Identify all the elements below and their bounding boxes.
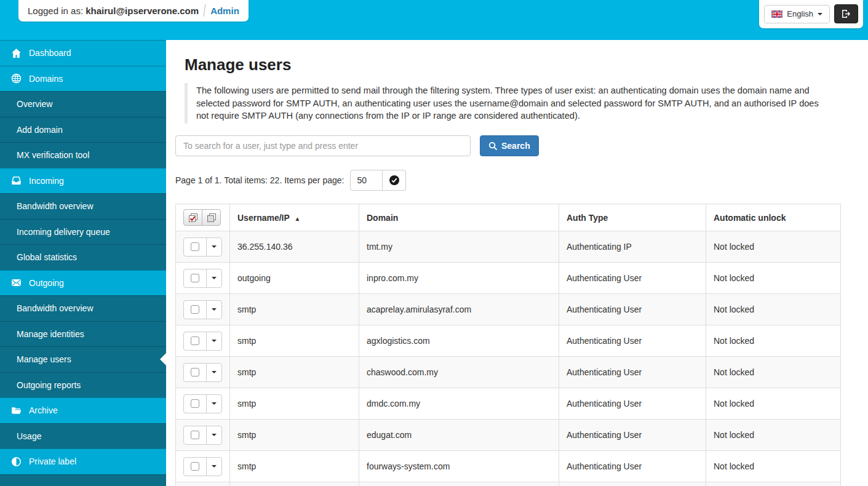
caret-down-icon: [818, 13, 822, 15]
sidebar-item-global-statistics[interactable]: Global statistics: [0, 244, 166, 270]
row-checkbox-button[interactable]: [183, 332, 207, 351]
row-select-cell: [176, 263, 230, 294]
folder-open-icon: [11, 405, 22, 416]
row-checkbox-button[interactable]: [183, 269, 207, 288]
sidebar-item-manage-identities[interactable]: Manage identities: [0, 321, 166, 347]
sidebar-item-archive[interactable]: Archive: [0, 397, 166, 423]
row-select-cell: [176, 482, 230, 486]
sidebar-item-outgoing-reports[interactable]: Outgoing reports: [0, 372, 166, 398]
domain-cell: chaswood.com.my: [359, 357, 559, 388]
row-actions-dropdown[interactable]: [206, 300, 222, 319]
pagination-summary: Page 1 of 1. Total items: 22. Items per …: [175, 175, 344, 185]
sidebar-item-domains[interactable]: Domains: [0, 66, 166, 92]
row-checkbox-button[interactable]: [183, 363, 207, 382]
row-checkbox-button[interactable]: [183, 426, 207, 445]
table-header-row: Username/IP ▲ Domain Auth Type Automatic…: [176, 204, 841, 231]
auth-type-cell: Authenticating User: [559, 420, 706, 451]
contrast-icon: [11, 456, 22, 467]
globe-icon: [11, 73, 22, 84]
divider: [204, 4, 206, 17]
row-actions-dropdown[interactable]: [206, 363, 222, 382]
column-header-username[interactable]: Username/IP ▲: [230, 204, 359, 231]
domain-cell: jaring.asia: [359, 482, 559, 486]
auth-type-cell: Authenticating User: [559, 294, 706, 325]
auth-type-cell: Authenticating User: [559, 482, 706, 486]
auth-type-cell: Authenticating User: [559, 388, 706, 420]
caret-down-icon: [212, 245, 217, 248]
logout-button[interactable]: [834, 4, 858, 23]
search-button[interactable]: Search: [480, 135, 539, 156]
home-icon: [11, 48, 22, 58]
sidebar-item-private-label[interactable]: Private label: [0, 448, 166, 474]
admin-link[interactable]: Admin: [210, 6, 239, 16]
sidebar-item-dashboard[interactable]: Dashboard: [0, 40, 166, 66]
automatic-unlock-cell: Not locked: [706, 451, 841, 482]
table-row: outgoing inpro.com.my Authenticating Use…: [176, 263, 841, 294]
checkbox-icon: [191, 337, 199, 345]
sidebar-item-usage[interactable]: Usage: [0, 423, 166, 449]
checkbox-icon: [191, 462, 199, 471]
sidebar-item-bandwidth-overview[interactable]: Bandwidth overview: [0, 193, 166, 219]
select-all-icon: [188, 213, 198, 223]
row-select-cell: [176, 231, 230, 263]
automatic-unlock-cell: Not locked: [706, 420, 841, 451]
main-content: Manage users The following users are per…: [166, 40, 868, 486]
topbar-right-box: English: [759, 0, 863, 28]
sidebar-items: Dashboard Domains Overview Add domain MX…: [0, 40, 166, 474]
auth-type-cell: Authenticating IP: [559, 231, 706, 263]
checkbox-icon: [191, 431, 199, 439]
column-header-automatic-unlock[interactable]: Automatic unlock: [706, 204, 841, 231]
sort-ascending-icon: ▲: [294, 215, 300, 222]
row-checkbox-button[interactable]: [183, 457, 207, 476]
sidebar-item-outgoing[interactable]: Outgoing: [0, 270, 166, 296]
table-row: smtp acaprelay.amirulasyraf.com Authenti…: [176, 294, 841, 325]
username-cell: smtp: [230, 294, 359, 325]
sidebar-item-label: Outgoing reports: [17, 380, 81, 390]
sidebar-item-incoming[interactable]: Incoming: [0, 168, 166, 194]
row-actions-dropdown[interactable]: [206, 237, 222, 257]
sidebar-item-overview[interactable]: Overview: [0, 91, 166, 117]
row-actions-dropdown[interactable]: [206, 394, 222, 413]
search-row: Search: [175, 135, 841, 156]
select-all-button[interactable]: [183, 209, 202, 226]
table-row: smtp jaring.asia Authenticating User Not…: [176, 482, 841, 486]
table-row: smtp fourways-system.com Authenticating …: [176, 451, 841, 482]
search-input[interactable]: [175, 135, 471, 156]
sidebar-item-manage-users[interactable]: Manage users: [0, 346, 166, 372]
username-cell: smtp: [230, 388, 359, 420]
sidebar-item-mx-verification-tool[interactable]: MX verification tool: [0, 142, 166, 168]
row-actions-dropdown[interactable]: [206, 269, 222, 288]
row-checkbox-button[interactable]: [183, 300, 207, 319]
username-cell: smtp: [230, 482, 359, 486]
row-checkbox-button[interactable]: [183, 394, 207, 413]
sidebar-item-label: Bandwidth overview: [17, 303, 94, 313]
sidebar-item-label: Incoming: [29, 176, 64, 186]
deselect-all-button[interactable]: [202, 209, 221, 226]
apply-items-per-page-button[interactable]: [383, 170, 406, 191]
sidebar-item-add-domain[interactable]: Add domain: [0, 117, 166, 143]
sidebar-item-label: Private label: [29, 456, 76, 466]
sidebar-item-label: Manage identities: [17, 329, 84, 339]
column-header-auth-type[interactable]: Auth Type: [559, 204, 706, 231]
sidebar-item-bandwidth-overview[interactable]: Bandwidth overview: [0, 295, 166, 321]
sidebar-item-incoming-delivery-queue[interactable]: Incoming delivery queue: [0, 219, 166, 245]
deselect-all-icon: [207, 213, 217, 223]
username-cell: outgoing: [230, 263, 359, 294]
automatic-unlock-cell: Not locked: [706, 325, 841, 357]
sidebar-item-label: Global statistics: [17, 252, 77, 262]
sidebar-item-label: Bandwidth overview: [17, 201, 94, 211]
envelope-icon: [11, 277, 22, 288]
language-dropdown[interactable]: English: [764, 5, 830, 23]
row-actions-dropdown[interactable]: [206, 426, 222, 445]
row-checkbox-button[interactable]: [183, 237, 207, 257]
username-cell: smtp: [230, 420, 359, 451]
auth-type-cell: Authenticating User: [559, 325, 706, 357]
logged-in-username: khairul@ipserverone.com: [86, 6, 199, 16]
checkbox-icon: [191, 399, 199, 408]
automatic-unlock-cell: Not locked: [706, 294, 841, 325]
column-header-domain[interactable]: Domain: [359, 204, 559, 231]
domain-cell: dmdc.com.my: [359, 388, 559, 420]
items-per-page-input[interactable]: [350, 170, 383, 191]
row-actions-dropdown[interactable]: [206, 457, 222, 476]
row-actions-dropdown[interactable]: [206, 332, 222, 351]
